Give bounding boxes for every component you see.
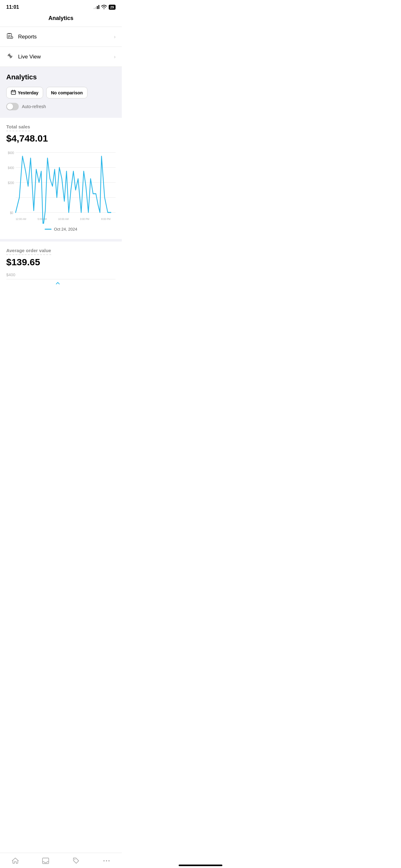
menu-item-reports[interactable]: Reports › (0, 27, 122, 47)
avg-order-label: Average order value (6, 248, 51, 255)
svg-rect-2 (9, 33, 11, 34)
svg-text:10:00 AM: 10:00 AM (58, 217, 69, 221)
date-filter-label: Yesterday (18, 90, 38, 95)
avg-chart-partial (6, 279, 115, 291)
auto-refresh-toggle[interactable] (6, 103, 19, 110)
auto-refresh-row: Auto-refresh (6, 103, 115, 110)
filter-row: Yesterday No comparison (6, 87, 115, 98)
total-sales-label: Total sales (6, 124, 30, 131)
status-icons: 29 (94, 5, 115, 10)
analytics-filter-section: Analytics Yesterday No comparison Auto-r… (0, 67, 122, 118)
svg-text:$0: $0 (10, 211, 13, 215)
sales-chart-svg: $600 $400 $200 $0 12:00 AM 5:00 AM 10:00… (6, 149, 115, 224)
chart-legend: Oct 24, 2024 (6, 227, 115, 231)
legend-line-icon (45, 229, 52, 230)
legend-date: Oct 24, 2024 (54, 227, 77, 231)
auto-refresh-label: Auto-refresh (22, 104, 46, 109)
svg-text:8:00 PM: 8:00 PM (101, 217, 110, 221)
svg-text:5:00 AM: 5:00 AM (37, 217, 46, 221)
total-sales-chart: $600 $400 $200 $0 12:00 AM 5:00 AM 10:00… (6, 149, 115, 224)
menu-item-liveview[interactable]: Live View › (0, 47, 122, 67)
comparison-filter-button[interactable]: No comparison (46, 87, 88, 98)
avg-chart-svg (6, 279, 115, 292)
status-time: 11:01 (6, 4, 19, 10)
total-sales-value: $4,748.01 (6, 133, 115, 144)
status-bar: 11:01 29 (0, 0, 122, 12)
svg-rect-1 (8, 33, 9, 34)
avg-chart-y-top: $400 (6, 273, 15, 277)
svg-text:$600: $600 (8, 151, 14, 155)
battery-indicator: 29 (109, 5, 115, 10)
liveview-icon (6, 53, 14, 61)
reports-chevron: › (114, 34, 115, 40)
avg-order-value: $139.65 (6, 257, 115, 268)
menu-list: Reports › Live View › (0, 27, 122, 67)
analytics-section-title: Analytics (6, 73, 115, 81)
reports-icon (6, 32, 14, 41)
svg-rect-5 (11, 91, 15, 94)
svg-point-4 (9, 55, 11, 57)
bottom-spacer (0, 291, 122, 316)
page-header: Analytics (0, 12, 122, 27)
svg-text:3:00 PM: 3:00 PM (80, 217, 89, 221)
page-title: Analytics (0, 15, 122, 22)
signal-icon (94, 5, 99, 9)
total-sales-section: Total sales $4,748.01 $600 $400 $200 $0 … (0, 118, 122, 239)
svg-text:12:00 AM: 12:00 AM (15, 217, 26, 221)
liveview-label: Live View (18, 54, 41, 60)
toggle-knob (7, 103, 13, 110)
reports-label: Reports (18, 34, 37, 40)
svg-text:$200: $200 (8, 181, 14, 185)
svg-text:$400: $400 (8, 166, 14, 170)
calendar-icon (11, 90, 16, 96)
wifi-icon (101, 5, 107, 10)
average-order-section: Average order value $139.65 $400 (0, 242, 122, 291)
comparison-filter-label: No comparison (51, 90, 83, 95)
section-divider (0, 239, 122, 242)
date-filter-button[interactable]: Yesterday (6, 87, 43, 98)
liveview-chevron: › (114, 54, 115, 60)
